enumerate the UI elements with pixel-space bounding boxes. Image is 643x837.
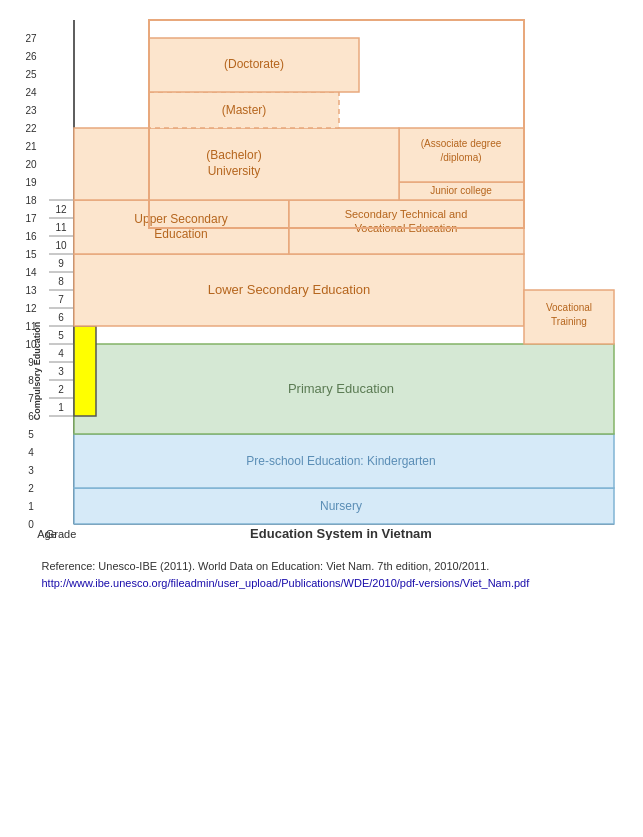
grade-label-10: 10: [55, 240, 67, 251]
primary-label: Primary Education: [288, 381, 394, 396]
bachelor-label-2: University: [208, 164, 261, 178]
compulsory-block: [74, 326, 96, 416]
grade-label-2: 2: [58, 384, 64, 395]
education-chart: 0 1 2 3 4 5 6 7 8 9 10 11 12 13 14 15 16…: [19, 10, 624, 540]
grade-axis-label: Grade: [46, 528, 77, 540]
sec-tech-label-1: Secondary Technical and: [345, 208, 468, 220]
reference-block: Reference: Unesco-IBE (2011). World Data…: [42, 558, 602, 591]
age-label-26: 26: [25, 51, 37, 62]
preschool-label: Pre-school Education: Kindergarten: [246, 454, 435, 468]
reference-link[interactable]: http://www.ibe.unesco.org/fileadmin/user…: [42, 577, 530, 589]
age-label-27: 27: [25, 33, 37, 44]
age-label-21: 21: [25, 141, 37, 152]
age-label-1: 1: [28, 501, 34, 512]
age-label-12: 12: [25, 303, 37, 314]
age-label-20: 20: [25, 159, 37, 170]
vocational-label-1: Vocational: [546, 302, 592, 313]
nursery-label: Nursery: [320, 499, 362, 513]
age-label-17: 17: [25, 213, 37, 224]
master-label: (Master): [222, 103, 267, 117]
grade-label-11: 11: [55, 222, 67, 233]
grade-label-7: 7: [58, 294, 64, 305]
age-label-23: 23: [25, 105, 37, 116]
doctorate-label: (Doctorate): [224, 57, 284, 71]
age-label-19: 19: [25, 177, 37, 188]
grade-label-6: 6: [58, 312, 64, 323]
age-label-24: 24: [25, 87, 37, 98]
grade-label-9: 9: [58, 258, 64, 269]
compulsory-label-text: Compulsory Education: [32, 322, 42, 421]
age-label-0: 0: [28, 519, 34, 530]
age-label-22: 22: [25, 123, 37, 134]
grade-label-12: 12: [55, 204, 67, 215]
lower-secondary-label: Lower Secondary Education: [208, 282, 371, 297]
chart-title: Education System in Vietnam: [250, 526, 432, 540]
grade-label-8: 8: [58, 276, 64, 287]
reference-text: Reference: Unesco-IBE (2011). World Data…: [42, 558, 602, 575]
age-label-14: 14: [25, 267, 37, 278]
grade-label-5: 5: [58, 330, 64, 341]
age-label-18: 18: [25, 195, 37, 206]
grade-label-4: 4: [58, 348, 64, 359]
age-label-4: 4: [28, 447, 34, 458]
bachelor-label-1: (Bachelor): [206, 148, 261, 162]
page-container: 0 1 2 3 4 5 6 7 8 9 10 11 12 13 14 15 16…: [0, 0, 643, 601]
age-label-3: 3: [28, 465, 34, 476]
associate-label-1: (Associate degree: [421, 138, 502, 149]
age-label-2: 2: [28, 483, 34, 494]
associate-label-2: /diploma): [440, 152, 481, 163]
grade-label-1: 1: [58, 402, 64, 413]
chart-area: 0 1 2 3 4 5 6 7 8 9 10 11 12 13 14 15 16…: [17, 10, 627, 591]
age-label-13: 13: [25, 285, 37, 296]
age-label-16: 16: [25, 231, 37, 242]
age-label-15: 15: [25, 249, 37, 260]
junior-college-label: Junior college: [430, 185, 492, 196]
age-label-25: 25: [25, 69, 37, 80]
age-label-5: 5: [28, 429, 34, 440]
upper-secondary-label-2: Education: [154, 227, 207, 241]
vocational-label-2: Training: [551, 316, 587, 327]
grade-label-3: 3: [58, 366, 64, 377]
